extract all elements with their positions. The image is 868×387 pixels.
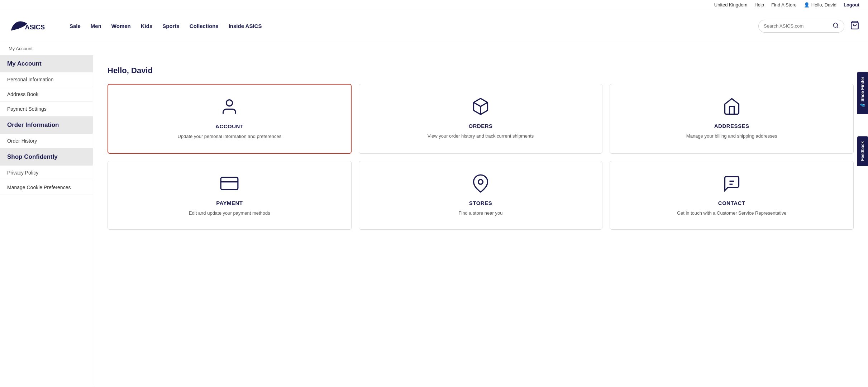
- svg-point-1: [833, 23, 838, 27]
- logo-link[interactable]: ASICS: [9, 16, 55, 36]
- sidebar-section-my-account[interactable]: My Account: [0, 55, 93, 72]
- orders-icon: [471, 97, 490, 117]
- sidebar-item-privacy-policy[interactable]: Privacy Policy: [0, 166, 93, 180]
- find-store-link[interactable]: Find A Store: [771, 2, 797, 8]
- nav-links: Sale Men Women Kids Sports Collections I…: [70, 23, 758, 29]
- card-stores[interactable]: STORES Find a store near you: [359, 161, 603, 230]
- search-input[interactable]: [764, 23, 833, 29]
- card-payment-desc: Edit and update your payment methods: [189, 210, 270, 217]
- feedback-label: Feedback: [860, 141, 865, 161]
- card-contact[interactable]: CONTACT Get in touch with a Customer Ser…: [610, 161, 854, 230]
- shoe-icon: 👟: [860, 104, 865, 109]
- region-label[interactable]: United Kingdom: [714, 2, 748, 8]
- card-addresses[interactable]: ADDRESSES Manage your billing and shippi…: [610, 84, 854, 154]
- stores-icon: [471, 174, 490, 194]
- card-addresses-title: ADDRESSES: [714, 123, 749, 129]
- card-stores-desc: Find a store near you: [459, 210, 503, 217]
- nav-women[interactable]: Women: [111, 23, 131, 29]
- card-orders[interactable]: ORDERS View your order history and track…: [359, 84, 603, 154]
- cart-svg: [850, 20, 859, 30]
- breadcrumb: My Account: [0, 42, 868, 55]
- svg-rect-6: [221, 177, 238, 190]
- card-addresses-desc: Manage your billing and shipping address…: [686, 133, 777, 140]
- svg-point-4: [226, 100, 233, 106]
- search-bar[interactable]: [758, 20, 844, 33]
- user-greeting: 👤 Hello, David: [804, 2, 836, 8]
- card-contact-desc: Get in touch with a Customer Service Rep…: [677, 210, 787, 217]
- utility-bar: United Kingdom Help Find A Store 👤 Hello…: [0, 0, 868, 10]
- sidebar-item-address-book[interactable]: Address Book: [0, 87, 93, 102]
- sidebar-item-personal-info[interactable]: Personal Information: [0, 72, 93, 87]
- breadcrumb-text: My Account: [9, 46, 33, 51]
- sidebar-section-order-info[interactable]: Order Information: [0, 116, 93, 134]
- card-account-title: ACCOUNT: [215, 123, 244, 129]
- cart-icon[interactable]: [850, 20, 859, 32]
- feedback-tab[interactable]: Feedback: [857, 136, 868, 166]
- payment-icon: [220, 174, 239, 194]
- page-layout: My Account Personal Information Address …: [0, 55, 868, 385]
- card-stores-title: STORES: [469, 200, 492, 206]
- cards-grid: ACCOUNT Update your personal information…: [108, 84, 854, 230]
- shoe-finder-tab[interactable]: 👟 Shoe Finder: [857, 72, 868, 114]
- card-payment[interactable]: PAYMENT Edit and update your payment met…: [108, 161, 352, 230]
- shoe-finder-label: Shoe Finder: [860, 77, 865, 101]
- card-contact-title: CONTACT: [718, 200, 745, 206]
- sidebar-item-cookie-preferences[interactable]: Manage Cookie Preferences: [0, 180, 93, 195]
- nav-inside-asics[interactable]: Inside ASICS: [229, 23, 262, 29]
- sidebar-section-shop-confidently[interactable]: Shop Confidently: [0, 148, 93, 166]
- search-icon-button[interactable]: [833, 22, 839, 30]
- svg-line-2: [837, 27, 838, 28]
- svg-text:ASICS: ASICS: [25, 24, 45, 31]
- card-payment-title: PAYMENT: [216, 200, 243, 206]
- account-icon: [220, 97, 239, 118]
- nav-right: [758, 20, 859, 33]
- search-icon: [833, 22, 839, 29]
- sidebar: My Account Personal Information Address …: [0, 55, 93, 385]
- nav-men[interactable]: Men: [91, 23, 101, 29]
- nav-sports[interactable]: Sports: [162, 23, 180, 29]
- card-orders-title: ORDERS: [468, 123, 492, 129]
- person-icon: 👤: [804, 2, 810, 8]
- main-nav: ASICS Sale Men Women Kids Sports Collect…: [0, 10, 868, 42]
- card-orders-desc: View your order history and track curren…: [428, 133, 534, 140]
- svg-point-8: [478, 180, 483, 184]
- page-greeting: Hello, David: [108, 66, 854, 75]
- main-content: Hello, David ACCOUNT Update your persona…: [93, 55, 868, 385]
- addresses-icon: [722, 97, 741, 117]
- nav-collections[interactable]: Collections: [190, 23, 219, 29]
- greeting-text: Hello, David: [811, 2, 836, 8]
- card-account[interactable]: ACCOUNT Update your personal information…: [108, 84, 352, 154]
- logout-button[interactable]: Logout: [844, 2, 859, 8]
- nav-kids[interactable]: Kids: [141, 23, 153, 29]
- help-link[interactable]: Help: [754, 2, 764, 8]
- nav-sale[interactable]: Sale: [70, 23, 81, 29]
- contact-icon: [722, 174, 741, 194]
- sidebar-item-order-history[interactable]: Order History: [0, 134, 93, 148]
- asics-logo: ASICS: [9, 16, 55, 36]
- sidebar-item-payment-settings[interactable]: Payment Settings: [0, 102, 93, 116]
- card-account-desc: Update your personal information and pre…: [177, 133, 281, 140]
